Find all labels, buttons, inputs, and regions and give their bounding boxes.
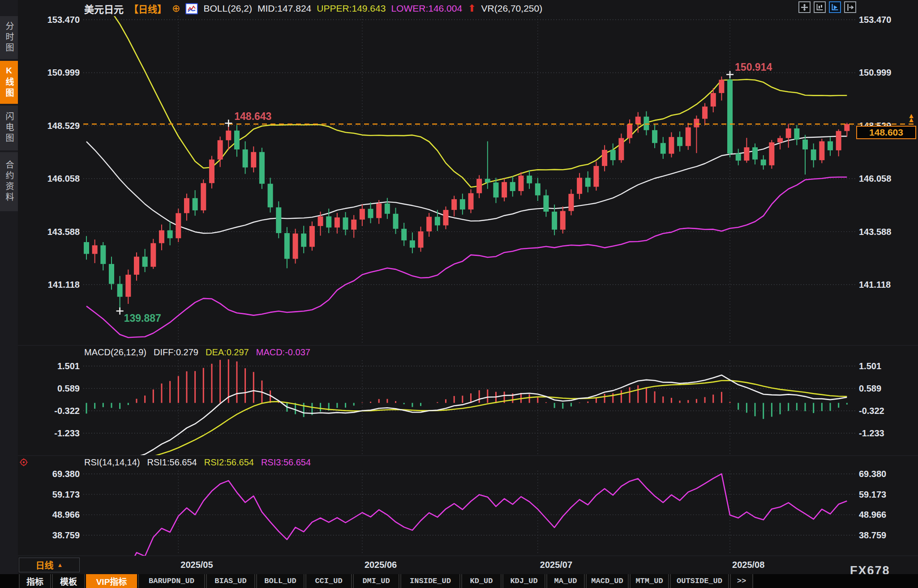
macd-histogram <box>86 358 847 419</box>
candle-body <box>109 264 114 284</box>
candle-body <box>669 137 674 153</box>
candle-body <box>811 149 816 160</box>
candle-body <box>326 216 331 227</box>
macd-diff-line <box>86 375 847 462</box>
axis-tick-label: 38.759 <box>52 530 80 540</box>
candle-body <box>335 217 340 228</box>
move-tool-icon[interactable] <box>798 1 811 13</box>
candle-body <box>794 128 799 140</box>
candle-body <box>276 207 281 233</box>
macd-header: MACD(26,12,9) DIFF:0.279 DEA:0.297 MACD:… <box>84 347 310 358</box>
tab-mtm-ud[interactable]: MTM_UD <box>630 574 669 588</box>
tab-more[interactable]: >> <box>730 574 753 588</box>
axis-tick-label: -0.322 <box>859 406 884 416</box>
candle-body <box>727 80 733 153</box>
candle-body <box>92 245 98 254</box>
candle-body <box>360 209 365 220</box>
macd-dea-value: DEA:0.297 <box>206 347 249 358</box>
tab-kdj-ud[interactable]: KDJ_UD <box>502 574 545 588</box>
chart-canvas[interactable]: 153.470153.470150.999150.999148.529148.5… <box>0 0 918 588</box>
boll-upper-value: UPPER:149.643 <box>317 3 386 14</box>
tab-inside-ud[interactable]: INSIDE_UD <box>400 574 460 588</box>
candle-body <box>769 142 774 165</box>
month-label-3: 2025/08 <box>732 560 764 570</box>
axis-tick-label: -0.322 <box>54 406 80 416</box>
candle-body <box>426 217 432 231</box>
candle-body <box>527 175 532 183</box>
candle-body <box>351 220 356 230</box>
candle-body <box>268 184 273 208</box>
candles <box>84 75 849 311</box>
tab-kd-ud[interactable]: KD_UD <box>461 574 502 588</box>
candle-body <box>702 107 708 119</box>
rsi3-value: RSI3:56.654 <box>261 457 311 468</box>
symbol-title: 美元日元 <box>84 1 124 16</box>
boll-lower-value: LOWER:146.004 <box>391 3 462 14</box>
candle-body <box>652 130 657 143</box>
candle-body <box>451 199 457 210</box>
candle-body <box>836 131 841 150</box>
candle-body <box>176 213 181 238</box>
tab-macd-ud[interactable]: MACD_UD <box>586 574 629 588</box>
tab-outside-ud[interactable]: OUTSIDE_UD <box>670 574 729 588</box>
tab-dmi-ud[interactable]: DMI_UD <box>353 574 399 588</box>
candle-body <box>802 140 808 149</box>
tab-bias-ud[interactable]: BIAS_UD <box>206 574 255 588</box>
boll-mid-value: MID:147.824 <box>257 3 311 14</box>
tab-barupdn-ud[interactable]: BARUPDN_UD <box>138 574 205 588</box>
candle-axis-tool-icon[interactable] <box>814 1 826 13</box>
candle-body <box>218 140 223 159</box>
period-tag: 【日线】 <box>129 2 167 15</box>
shift-axis-tool-icon[interactable] <box>844 1 856 13</box>
candle-body <box>150 243 156 267</box>
candle-body <box>618 138 624 160</box>
tab-vip-indicators[interactable]: VIP指标 <box>86 574 137 588</box>
chart-toolbar <box>798 1 856 13</box>
tab-indicators[interactable]: 指标 <box>19 574 51 588</box>
play-axis-tool-icon[interactable] <box>829 1 841 13</box>
alert-target-icon[interactable] <box>20 458 28 468</box>
period-label: 日线 <box>36 558 54 571</box>
add-indicator-icon[interactable]: ⊕ <box>172 4 180 13</box>
candle-body <box>568 194 574 211</box>
tab-boll-ud[interactable]: BOLL_UD <box>256 574 305 588</box>
candle-body <box>259 152 265 184</box>
axis-tick-label: 0.589 <box>859 383 881 393</box>
candle-body <box>401 229 407 240</box>
candle-body <box>435 217 440 225</box>
candle-body <box>593 166 599 187</box>
macd-param-label: MACD(26,12,9) <box>84 347 146 358</box>
tab-templates[interactable]: 模板 <box>52 574 85 588</box>
month-label-0: 2025/05 <box>180 560 213 570</box>
candle-body <box>410 240 415 247</box>
candle-body <box>468 193 473 209</box>
axis-tick-label: 59.173 <box>52 490 80 499</box>
candle-body <box>301 234 306 247</box>
mini-chart-icon[interactable] <box>185 3 198 14</box>
period-selector[interactable]: 日线 ▲ <box>19 558 80 572</box>
candle-body <box>493 183 498 198</box>
candle-body <box>711 93 716 107</box>
tab-ma-ud[interactable]: MA_UD <box>546 574 585 588</box>
macd-hist-value: MACD:-0.037 <box>256 347 310 358</box>
trading-app-window: { "header": { "symbol": "美元日元", "period_… <box>0 0 918 588</box>
axis-tick-label: 69.380 <box>859 469 886 479</box>
candle-body <box>117 284 123 297</box>
candle-body <box>251 152 256 168</box>
rsi1-value: RSI1:56.654 <box>147 457 197 468</box>
candle-body <box>627 124 632 138</box>
tab-cci-ud[interactable]: CCI_UD <box>305 574 352 588</box>
up-arrow-icon: ⬆ <box>468 4 476 13</box>
candle-body <box>376 204 382 218</box>
chart-header: 美元日元 【日线】 ⊕ BOLL(26,2) MID:147.824 UPPER… <box>84 2 542 15</box>
candle-body <box>686 128 691 146</box>
candle-body <box>167 230 173 239</box>
candle-body <box>736 153 741 161</box>
axis-tick-label: 153.470 <box>859 15 891 25</box>
gridlines <box>83 16 855 555</box>
candle-body <box>560 211 566 230</box>
candle-body <box>819 141 824 160</box>
candle-body <box>226 131 231 141</box>
period-arrow-icon: ▲ <box>57 562 63 568</box>
candle-body <box>502 182 507 198</box>
